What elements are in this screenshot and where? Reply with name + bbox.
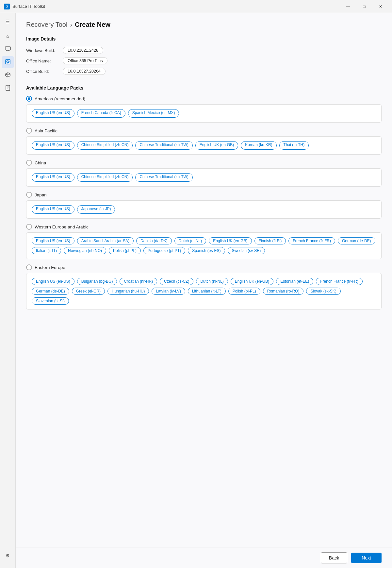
tag-en-us-am: English US (en-US) (32, 109, 74, 118)
tag-en-us-ee: English US (en-US) (32, 278, 74, 285)
region-japan-radio[interactable]: Japan (26, 192, 382, 198)
back-button[interactable]: Back (321, 552, 347, 563)
maximize-button[interactable]: □ (357, 2, 372, 11)
close-button[interactable]: ✕ (373, 2, 388, 11)
region-western-europe: Western Europe and Arabic English US (en… (26, 224, 382, 259)
sidebar-item-devices[interactable] (2, 43, 14, 55)
region-asia-pacific: Asia Pacific English US (en-US) Chinese … (26, 128, 382, 155)
china-label: China (35, 160, 46, 165)
svg-point-2 (7, 61, 9, 63)
tag-zh-tw-cn: Chinese Traditional (zh-TW) (135, 173, 192, 182)
ee-radio-circle[interactable] (26, 264, 32, 270)
sidebar-item-settings[interactable]: ⚙ (2, 550, 14, 561)
region-china: China English US (en-US) Chinese Simplif… (26, 160, 382, 187)
china-radio-circle[interactable] (26, 160, 32, 166)
minimize-button[interactable]: — (340, 2, 355, 11)
tag-de-de-ee: German (de-DE) (32, 288, 69, 295)
tag-ko-kr: Korean (ko-KR) (241, 141, 276, 150)
tag-en-gb-ee: English UK (en-GB) (231, 278, 273, 285)
tag-fr-fr-ee: French France (fr-FR) (316, 278, 363, 285)
hamburger-icon: ☰ (6, 19, 10, 24)
americas-tags: English US (en-US) French Canada (fr-CA)… (26, 104, 382, 123)
tag-en-us-ap: English US (en-US) (32, 141, 74, 150)
breadcrumb-link[interactable]: Recovery Tool (26, 21, 67, 28)
tag-cs-cz: Czech (cs-CZ) (160, 278, 193, 285)
windows-build-label: Windows Build: (26, 48, 59, 53)
tag-en-gb-ap: English UK (en-GB) (195, 141, 238, 150)
tag-en-gb-we: English UK (en-GB) (209, 237, 252, 244)
sidebar-bottom: ⚙ (2, 550, 14, 563)
tag-ro-ro: Romanian (ro-RO) (263, 288, 304, 295)
tag-pl-pl: Polish (pl-PL) (109, 247, 141, 254)
tag-th-th: Thai (th-TH) (279, 141, 309, 150)
tag-ar-sa: Arabic Saudi Arabia (ar-SA) (77, 237, 134, 244)
tag-pl-pl-ee: Polish (pl-PL) (228, 288, 260, 295)
tag-pt-pt: Portuguese (pt-PT) (143, 247, 185, 254)
page-content: Image Details Windows Build: 10.0.22621.… (16, 34, 392, 351)
sidebar-item-reports[interactable] (2, 82, 14, 94)
region-asia-radio[interactable]: Asia Pacific (26, 128, 382, 134)
region-china-radio[interactable]: China (26, 160, 382, 166)
we-radio-circle[interactable] (26, 224, 32, 230)
language-packs-section: Available Language Packs Americas (recom… (26, 85, 382, 309)
we-tags: English US (en-US) Arabic Saudi Arabia (… (26, 232, 382, 259)
tag-hr-hr: Croatian (hr-HR) (120, 278, 157, 285)
tag-sl-si: Slovenian (sl-SI) (32, 297, 69, 305)
sidebar-item-recovery[interactable] (2, 56, 14, 68)
office-name-label: Office Name: (26, 58, 59, 63)
tag-de-de: German (de-DE) (338, 237, 375, 244)
americas-label: Americas (recommended) (35, 96, 85, 101)
asia-label: Asia Pacific (35, 128, 57, 133)
tag-fr-ca: French Canada (fr-CA) (77, 109, 125, 118)
region-we-radio[interactable]: Western Europe and Arabic (26, 224, 382, 230)
tag-lv-lv: Latvian (lv-LV) (152, 288, 185, 295)
office-name-row: Office Name: Office 365 Pro Plus (26, 57, 382, 64)
tag-en-us-we: English US (en-US) (32, 237, 74, 244)
tag-nb-no: Norwegian (nb-NO) (64, 247, 106, 254)
reports-icon (5, 85, 11, 92)
tag-nl-nl-ee: Dutch (nl-NL) (196, 278, 228, 285)
window-controls: — □ ✕ (340, 2, 388, 11)
devices-icon (5, 46, 11, 53)
office-build-value: 16.0.16327.20264 (63, 68, 106, 75)
tag-sk-sk: Slovak (sk-SK) (306, 288, 340, 295)
image-details-title: Image Details (26, 36, 382, 42)
page-footer: Back Next (16, 547, 392, 568)
tag-zh-cn-cn: Chinese Simplified (zh-CN) (77, 173, 133, 182)
tag-fr-fr: French France (fr-FR) (288, 237, 335, 244)
we-label: Western Europe and Arabic (35, 225, 89, 229)
region-ee-radio[interactable]: Eastern Europe (26, 264, 382, 270)
asia-radio-circle[interactable] (26, 128, 32, 134)
japan-radio-circle[interactable] (26, 192, 32, 198)
app-icon: S (4, 4, 10, 9)
breadcrumb-separator: › (70, 21, 72, 28)
window-title: Surface IT Toolkit (12, 4, 45, 9)
next-button[interactable]: Next (351, 553, 382, 563)
app-layout: ☰ ⌂ (0, 13, 392, 568)
tag-bg-bg: Bulgarian (bg-BG) (77, 278, 117, 285)
window-title-area: S Surface IT Toolkit (4, 4, 45, 9)
ee-label: Eastern Europe (35, 265, 65, 270)
svg-rect-0 (5, 47, 10, 50)
office-build-label: Office Build: (26, 69, 59, 74)
americas-radio-circle[interactable] (26, 96, 32, 102)
tag-zh-cn: Chinese Simplified (zh-CN) (77, 141, 133, 150)
recovery-icon (5, 59, 11, 66)
home-icon: ⌂ (6, 33, 9, 39)
sidebar-item-home[interactable]: ⌂ (2, 30, 14, 42)
settings-icon: ⚙ (6, 553, 10, 558)
page-header: Recovery Tool › Create New (16, 13, 392, 34)
window-chrome: S Surface IT Toolkit — □ ✕ (0, 0, 392, 13)
language-packs-title: Available Language Packs (26, 85, 382, 91)
packages-icon (5, 72, 11, 79)
region-japan: Japan English US (en-US) Japanese (ja-JP… (26, 192, 382, 219)
office-build-row: Office Build: 16.0.16327.20264 (26, 68, 382, 75)
windows-build-value: 10.0.22621.2428 (63, 47, 103, 54)
breadcrumb: Recovery Tool › Create New (26, 21, 382, 28)
image-details-section: Image Details Windows Build: 10.0.22621.… (26, 36, 382, 75)
region-americas-radio[interactable]: Americas (recommended) (26, 96, 382, 102)
japan-label: Japan (35, 192, 47, 197)
hamburger-button[interactable]: ☰ (2, 16, 14, 27)
sidebar-item-packages[interactable] (2, 69, 14, 81)
tag-ja-jp: Japanese (ja-JP) (77, 205, 115, 214)
